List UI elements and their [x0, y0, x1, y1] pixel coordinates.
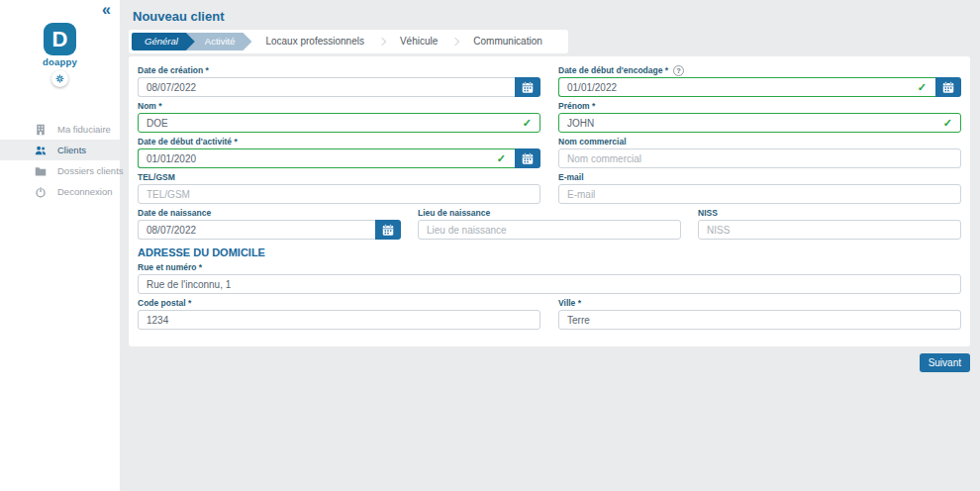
footer-actions: Suivant — [129, 353, 970, 372]
field-label: Ville * — [558, 298, 961, 308]
calendar-button[interactable] — [935, 77, 961, 97]
tel-input[interactable] — [138, 184, 540, 204]
lieu-naissance-input[interactable] — [418, 220, 681, 240]
sidebar-item-dossiers-clients[interactable]: Dossiers clients — [0, 160, 120, 181]
sidebar-item-clients[interactable]: Clients — [0, 140, 120, 160]
main-content: Nouveau client Général Activité Locaux p… — [120, 0, 980, 491]
brand-logo: D doappy — [0, 23, 120, 87]
chevron-right-icon — [378, 38, 386, 46]
field-label: Date de création * — [138, 65, 540, 75]
field-date-activite: Date de début d'activité * ✓ — [138, 137, 540, 168]
prenom-input[interactable] — [558, 113, 961, 133]
sidebar-item-label: Deconnexion — [57, 186, 112, 197]
field-label: Code postal * — [138, 298, 540, 308]
collapse-sidebar-icon[interactable]: « — [102, 0, 111, 20]
help-icon[interactable]: ? — [673, 65, 684, 76]
field-nom-commercial: Nom commercial — [558, 137, 961, 168]
field-date-creation: Date de création * — [138, 65, 540, 97]
calendar-button[interactable] — [375, 220, 401, 240]
field-ville: Ville * — [558, 298, 961, 330]
wizard-steps: Général Activité Locaux professionnels V… — [129, 30, 568, 53]
field-nom: Nom * ✓ — [138, 101, 540, 133]
settings-button[interactable] — [51, 70, 68, 87]
calendar-icon — [522, 152, 534, 164]
field-code-postal: Code postal * — [138, 298, 540, 330]
date-naissance-input[interactable] — [138, 220, 375, 240]
power-icon — [35, 186, 47, 198]
field-label: Date de naissance — [138, 208, 401, 218]
folder-icon — [35, 165, 47, 177]
field-email: E-mail — [558, 172, 961, 204]
tab-communication[interactable]: Communication — [459, 33, 555, 50]
calendar-icon — [522, 81, 534, 93]
nom-input[interactable] — [138, 113, 540, 133]
date-creation-input[interactable] — [138, 77, 515, 97]
field-label: Date de début d'encodage * — [558, 65, 668, 75]
nom-commercial-input[interactable] — [558, 148, 961, 168]
rue-input[interactable] — [138, 274, 961, 294]
field-niss: NISS — [698, 208, 961, 240]
field-lieu-naissance: Lieu de naissance — [418, 208, 681, 240]
building-icon — [35, 124, 47, 136]
date-encodage-input[interactable] — [558, 77, 935, 97]
calendar-button[interactable] — [515, 148, 540, 168]
sidebar-item-label: Ma fiduciaire — [57, 124, 111, 135]
tab-locaux-professionnels[interactable]: Locaux professionnels — [251, 33, 378, 50]
sidebar-menu: Ma fiduciaire Clients Dossiers clients D… — [0, 119, 120, 202]
field-rue: Rue et numéro * — [138, 262, 961, 294]
section-title-adresse: ADRESSE DU DOMICILE — [138, 246, 961, 258]
field-prenom: Prénom * ✓ — [558, 101, 961, 133]
sidebar-item-deconnexion[interactable]: Deconnexion — [0, 181, 120, 202]
code-postal-input[interactable] — [138, 310, 540, 330]
field-label: Lieu de naissance — [418, 208, 681, 218]
form-card: Date de création * Date de début d'encod… — [129, 56, 970, 346]
tab-vehicule[interactable]: Véhicule — [386, 33, 451, 50]
doappy-logo-icon: D — [44, 23, 76, 55]
calendar-icon — [942, 81, 954, 93]
brand-name: doappy — [43, 56, 77, 67]
gear-icon — [55, 74, 64, 83]
email-input[interactable] — [558, 184, 961, 204]
date-activite-input[interactable] — [138, 148, 515, 168]
field-label: Nom commercial — [558, 137, 961, 147]
suivant-button[interactable]: Suivant — [920, 353, 970, 372]
sidebar-item-ma-fiduciaire[interactable]: Ma fiduciaire — [0, 119, 120, 140]
field-date-naissance: Date de naissance — [138, 208, 401, 240]
field-label: TEL/GSM — [138, 172, 540, 182]
ville-input[interactable] — [558, 310, 961, 330]
field-label: Rue et numéro * — [138, 262, 961, 272]
field-label: Nom * — [138, 101, 540, 111]
tab-general[interactable]: Général — [132, 33, 195, 50]
field-label: NISS — [698, 208, 961, 218]
sidebar: « D doappy Ma fiduciaire Clients Dossi — [0, 0, 120, 491]
field-tel: TEL/GSM — [138, 172, 540, 204]
calendar-button[interactable] — [515, 77, 540, 97]
field-label: Date de début d'activité * — [138, 137, 540, 147]
field-label: E-mail — [558, 172, 961, 182]
field-date-encodage: Date de début d'encodage * ? ✓ — [558, 65, 961, 97]
sidebar-item-label: Clients — [57, 145, 86, 155]
calendar-icon — [382, 224, 394, 236]
niss-input[interactable] — [698, 220, 961, 240]
chevron-right-icon — [451, 38, 459, 46]
field-label: Prénom * — [558, 101, 961, 111]
sidebar-item-label: Dossiers clients — [57, 165, 124, 176]
page-title: Nouveau client — [133, 9, 970, 24]
users-icon — [35, 145, 47, 156]
